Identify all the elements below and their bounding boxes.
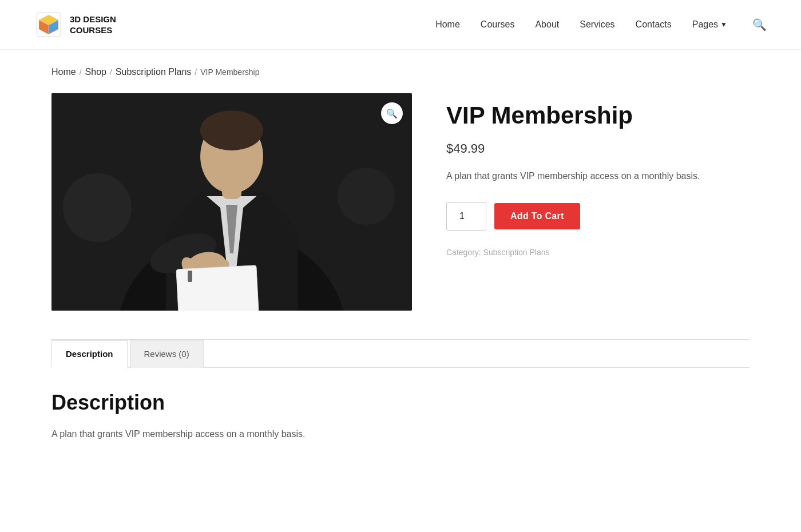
tab-reviews[interactable]: Reviews (0) — [130, 340, 204, 368]
add-to-cart-button[interactable]: Add To Cart — [494, 203, 580, 229]
category-link[interactable]: Subscription Plans — [483, 248, 550, 257]
quantity-input[interactable] — [446, 202, 486, 231]
site-logo[interactable]: 3D DESIGNCOURSES — [34, 10, 116, 39]
product-category: Category: Subscription Plans — [446, 248, 750, 257]
tabs-section: Description Reviews (0) Description A pl… — [51, 339, 750, 453]
nav-contacts[interactable]: Contacts — [636, 19, 672, 30]
add-to-cart-row: Add To Cart — [446, 202, 750, 231]
breadcrumb-shop[interactable]: Shop — [85, 67, 106, 77]
tab-description[interactable]: Description — [51, 340, 128, 368]
category-label: Category: — [446, 248, 481, 257]
breadcrumb-sep-3: / — [195, 68, 197, 77]
svg-point-23 — [338, 168, 395, 225]
nav-home[interactable]: Home — [435, 19, 460, 30]
breadcrumb-subscription-plans[interactable]: Subscription Plans — [116, 67, 192, 77]
magnify-icon: 🔍 — [386, 108, 398, 119]
product-title: VIP Membership — [446, 102, 750, 129]
main-content: Home / Shop / Subscription Plans / VIP M… — [17, 50, 784, 487]
logo-text: 3D DESIGNCOURSES — [70, 14, 116, 36]
svg-rect-18 — [188, 271, 192, 282]
search-button[interactable]: 🔍 — [752, 18, 767, 31]
breadcrumb-current: VIP Membership — [200, 68, 259, 77]
product-section: 🔍 VIP Membership $49.99 A plan that gran… — [51, 93, 750, 311]
svg-point-21 — [200, 110, 263, 150]
header: 3D DESIGNCOURSES Home Courses About Serv… — [0, 0, 801, 50]
product-price: $49.99 — [446, 141, 750, 156]
nav-about[interactable]: About — [535, 19, 559, 30]
breadcrumb-sep-2: / — [110, 68, 112, 77]
tab-content-body: A plan that grants VIP membership access… — [51, 426, 750, 442]
magnify-button[interactable]: 🔍 — [381, 102, 403, 124]
search-icon: 🔍 — [752, 18, 767, 31]
product-image-wrap: 🔍 — [51, 93, 412, 311]
product-image-scene — [51, 93, 412, 311]
product-image — [51, 93, 412, 311]
tabs-bar: Description Reviews (0) — [51, 340, 750, 367]
nav-pages[interactable]: Pages ▼ — [692, 19, 727, 30]
tab-content-description: Description A plan that grants VIP membe… — [51, 367, 750, 453]
svg-point-22 — [63, 173, 132, 242]
chevron-down-icon: ▼ — [720, 21, 727, 29]
product-description: A plan that grants VIP membership access… — [446, 169, 750, 184]
nav-services[interactable]: Services — [580, 19, 614, 30]
breadcrumb: Home / Shop / Subscription Plans / VIP M… — [51, 67, 750, 77]
tab-content-heading: Description — [51, 391, 750, 415]
logo-icon — [34, 10, 63, 39]
main-nav: Home Courses About Services Contacts Pag… — [435, 18, 767, 31]
breadcrumb-sep-1: / — [80, 68, 82, 77]
nav-courses[interactable]: Courses — [481, 19, 515, 30]
breadcrumb-home[interactable]: Home — [51, 67, 76, 77]
product-info: VIP Membership $49.99 A plan that grants… — [446, 93, 750, 257]
